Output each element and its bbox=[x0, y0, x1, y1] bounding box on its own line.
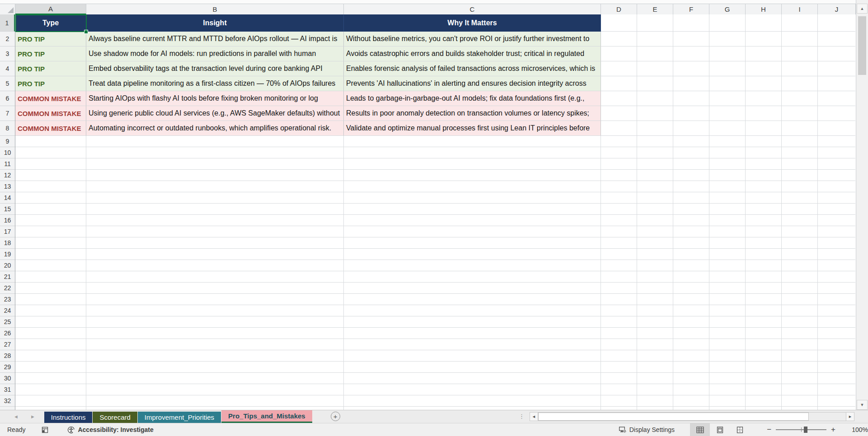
column-header-I[interactable]: I bbox=[782, 4, 818, 14]
cell-type[interactable]: PRO TIP bbox=[15, 76, 86, 91]
column-header-E[interactable]: E bbox=[637, 4, 673, 14]
table-header-cell[interactable]: Insight bbox=[86, 14, 344, 32]
zoom-in-button[interactable]: + bbox=[826, 425, 840, 434]
scroll-down-icon[interactable]: ▼ bbox=[857, 400, 868, 410]
row-header-28[interactable]: 28 bbox=[0, 350, 15, 362]
row-header-10[interactable]: 10 bbox=[0, 147, 15, 158]
row-header-8[interactable]: 8 bbox=[0, 121, 15, 136]
row-header-6[interactable]: 6 bbox=[0, 91, 15, 106]
row-header-13[interactable]: 13 bbox=[0, 181, 15, 192]
column-header-B[interactable]: B bbox=[86, 4, 344, 14]
display-settings-button[interactable]: Display Settings bbox=[619, 426, 675, 433]
cell-insight[interactable]: Embed observability tags at the transact… bbox=[86, 61, 344, 76]
zoom-out-button[interactable]: − bbox=[762, 425, 776, 434]
tab-scroll-right-icon[interactable]: ► bbox=[30, 414, 35, 419]
gridline bbox=[637, 14, 637, 410]
select-all-corner[interactable] bbox=[0, 4, 15, 14]
vertical-scroll-thumb[interactable] bbox=[858, 16, 866, 75]
cell-why[interactable]: Avoids catastrophic errors and builds st… bbox=[344, 46, 601, 61]
sheet-grid[interactable]: TypeInsightWhy It MattersPRO TIPAlways b… bbox=[15, 14, 855, 410]
row-header-12[interactable]: 12 bbox=[0, 170, 15, 181]
cell-type[interactable]: COMMON MISTAKE bbox=[15, 121, 86, 136]
row-header-9[interactable]: 9 bbox=[0, 136, 15, 147]
vertical-scrollbar[interactable]: ▲ ▼ bbox=[856, 0, 868, 410]
row-header-14[interactable]: 14 bbox=[0, 192, 15, 204]
cell-insight[interactable]: Starting AIOps with flashy AI tools befo… bbox=[86, 91, 344, 106]
row-header-27[interactable]: 27 bbox=[0, 339, 15, 350]
row-header-20[interactable]: 20 bbox=[0, 260, 15, 271]
row-header-29[interactable]: 29 bbox=[0, 362, 15, 373]
row-header-18[interactable]: 18 bbox=[0, 237, 15, 249]
cell-why[interactable]: Without baseline metrics, you can't prov… bbox=[344, 32, 601, 46]
row-header-26[interactable]: 26 bbox=[0, 328, 15, 339]
row-header-30[interactable]: 30 bbox=[0, 373, 15, 384]
gridline bbox=[15, 305, 855, 305]
sheet-tab-Pro_Tips_and_Mistakes[interactable]: Pro_Tips_and_Mistakes bbox=[221, 410, 312, 423]
page-layout-view-button[interactable] bbox=[710, 423, 730, 436]
cell-why[interactable]: Results in poor anomaly detection on tra… bbox=[344, 106, 601, 121]
row-header-22[interactable]: 22 bbox=[0, 283, 15, 294]
scroll-right-icon[interactable]: ► bbox=[846, 412, 854, 421]
cell-insight[interactable]: Treat data pipeline monitoring as a firs… bbox=[86, 76, 344, 91]
macro-record-icon[interactable] bbox=[42, 427, 48, 433]
normal-view-button[interactable] bbox=[690, 423, 710, 436]
sheet-tab-Scorecard[interactable]: Scorecard bbox=[93, 412, 137, 423]
page-break-preview-button[interactable] bbox=[730, 423, 750, 436]
horizontal-scroll-track[interactable] bbox=[538, 412, 846, 421]
row-header-3[interactable]: 3 bbox=[0, 46, 15, 61]
row-header-31[interactable]: 31 bbox=[0, 384, 15, 395]
row-header-24[interactable]: 24 bbox=[0, 305, 15, 316]
column-header-A[interactable]: A bbox=[15, 4, 86, 14]
table-header-cell[interactable]: Why It Matters bbox=[344, 14, 601, 32]
cell-why[interactable]: Prevents 'AI hallucinations' in alerting… bbox=[344, 76, 601, 91]
cell-type[interactable]: PRO TIP bbox=[15, 46, 86, 61]
cell-insight[interactable]: Automating incorrect or outdated runbook… bbox=[86, 121, 344, 136]
column-header-label: J bbox=[835, 5, 839, 13]
sheet-tab-Instructions[interactable]: Instructions bbox=[44, 412, 93, 423]
fill-handle[interactable] bbox=[84, 30, 88, 34]
column-header-H[interactable]: H bbox=[746, 4, 782, 14]
cell-why[interactable]: Leads to garbage-in-garbage-out AI model… bbox=[344, 91, 601, 106]
table-header-cell[interactable]: Type bbox=[15, 14, 86, 32]
tab-splitter-icon[interactable]: ⋮ bbox=[519, 413, 525, 420]
row-header-17[interactable]: 17 bbox=[0, 226, 15, 237]
row-header-21[interactable]: 21 bbox=[0, 271, 15, 283]
cell-why[interactable]: Validate and optimize manual processes f… bbox=[344, 121, 601, 136]
cell-type[interactable]: PRO TIP bbox=[15, 61, 86, 76]
zoom-level[interactable]: 100% bbox=[845, 426, 868, 433]
row-header-1[interactable]: 1 bbox=[0, 14, 15, 32]
zoom-slider[interactable] bbox=[776, 429, 826, 430]
horizontal-scroll-thumb[interactable] bbox=[538, 413, 809, 421]
column-header-C[interactable]: C bbox=[344, 4, 601, 14]
cell-type[interactable]: COMMON MISTAKE bbox=[15, 106, 86, 121]
cell-type[interactable]: PRO TIP bbox=[15, 32, 86, 46]
scroll-left-icon[interactable]: ◄ bbox=[530, 412, 538, 421]
new-sheet-button[interactable]: + bbox=[331, 412, 340, 421]
tab-scroll-left-icon[interactable]: ◄ bbox=[14, 414, 19, 419]
row-header-11[interactable]: 11 bbox=[0, 158, 15, 170]
scroll-up-icon[interactable]: ▲ bbox=[857, 4, 868, 14]
row-header-32[interactable]: 32 bbox=[0, 395, 15, 407]
cell-type[interactable]: COMMON MISTAKE bbox=[15, 91, 86, 106]
row-header-5[interactable]: 5 bbox=[0, 76, 15, 91]
row-header-15[interactable]: 15 bbox=[0, 204, 15, 215]
cell-insight[interactable]: Always baseline current MTTR and MTTD be… bbox=[86, 32, 344, 46]
cell-insight[interactable]: Using generic public cloud AI services (… bbox=[86, 106, 344, 121]
horizontal-scrollbar[interactable]: ◄ ► bbox=[530, 412, 854, 421]
column-header-F[interactable]: F bbox=[673, 4, 709, 14]
column-header-G[interactable]: G bbox=[709, 4, 746, 14]
zoom-slider-thumb[interactable] bbox=[804, 427, 807, 433]
row-header-19[interactable]: 19 bbox=[0, 249, 15, 260]
row-header-2[interactable]: 2 bbox=[0, 32, 15, 46]
row-header-16[interactable]: 16 bbox=[0, 215, 15, 226]
row-header-23[interactable]: 23 bbox=[0, 294, 15, 305]
row-header-4[interactable]: 4 bbox=[0, 61, 15, 76]
accessibility-status[interactable]: Accessibility: Investigate bbox=[67, 426, 153, 434]
cell-insight[interactable]: Use shadow mode for AI models: run predi… bbox=[86, 46, 344, 61]
cell-why[interactable]: Enables forensic analysis of failed tran… bbox=[344, 61, 601, 76]
sheet-tab-Improvement_Priorities[interactable]: Improvement_Priorities bbox=[138, 412, 221, 423]
row-header-7[interactable]: 7 bbox=[0, 106, 15, 121]
row-header-25[interactable]: 25 bbox=[0, 316, 15, 328]
column-header-J[interactable]: J bbox=[818, 4, 856, 14]
column-header-D[interactable]: D bbox=[601, 4, 637, 14]
